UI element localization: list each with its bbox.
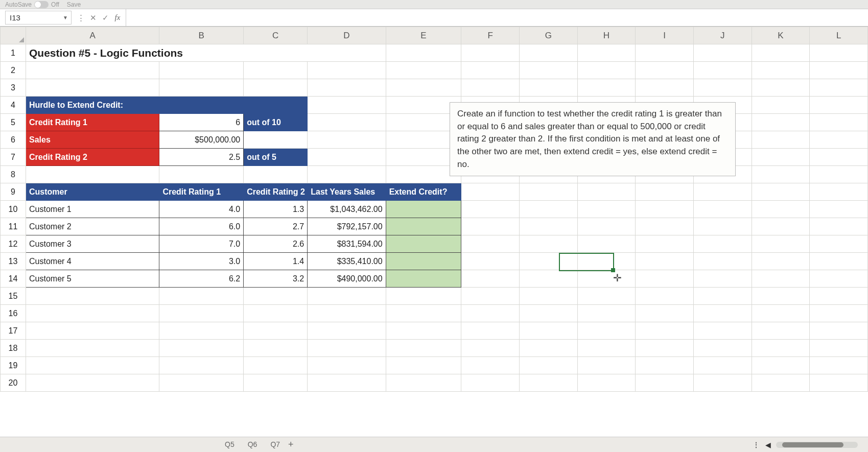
cell-F19[interactable] (461, 357, 520, 374)
cell-J11[interactable] (693, 218, 752, 235)
cell-J2[interactable] (693, 62, 752, 79)
cell-B14[interactable]: 6.2 (159, 270, 244, 288)
cell-F3[interactable] (461, 79, 520, 97)
cell-B12[interactable]: 7.0 (159, 235, 244, 253)
cell-G16[interactable] (520, 305, 578, 322)
cell-L13[interactable] (810, 253, 868, 270)
cell-L5[interactable] (810, 114, 868, 131)
cell-J19[interactable] (693, 357, 752, 374)
cell-D4[interactable] (308, 97, 386, 114)
cell-B2[interactable] (159, 62, 244, 79)
row-header-19[interactable]: 19 (1, 357, 26, 374)
cell-C12[interactable]: 2.6 (244, 235, 308, 253)
cell-E1[interactable] (386, 44, 461, 62)
cell-D2[interactable] (308, 62, 386, 79)
cell-H14[interactable] (577, 270, 636, 288)
cell-K10[interactable] (752, 201, 810, 218)
cell-J3[interactable] (693, 79, 752, 97)
cell-D20[interactable] (308, 374, 386, 392)
cell-A14[interactable]: Customer 5 (26, 270, 159, 288)
row-header-20[interactable]: 20 (1, 374, 26, 392)
cell-A6[interactable]: Sales (26, 131, 159, 149)
cell-F16[interactable] (461, 305, 520, 322)
cell-D18[interactable] (308, 340, 386, 357)
cell-G3[interactable] (520, 79, 578, 97)
cell-K16[interactable] (752, 305, 810, 322)
cell-J16[interactable] (693, 305, 752, 322)
cell-D8[interactable] (308, 166, 386, 183)
row-header-4[interactable]: 4 (1, 97, 26, 114)
cell-F18[interactable] (461, 340, 520, 357)
sheet-tab-q5[interactable]: Q5 (220, 439, 240, 450)
cell-J18[interactable] (693, 340, 752, 357)
cell-A4[interactable]: Hurdle to Extend Credit: (26, 97, 308, 114)
cell-G11[interactable] (520, 218, 578, 235)
cell-H12[interactable] (577, 235, 636, 253)
cell-L20[interactable] (810, 374, 868, 392)
cell-K8[interactable] (752, 166, 810, 183)
cell-G17[interactable] (520, 322, 578, 340)
cell-H13[interactable] (577, 253, 636, 270)
cell-K2[interactable] (752, 62, 810, 79)
cell-I20[interactable] (636, 374, 694, 392)
cell-H15[interactable] (577, 288, 636, 305)
cell-E16[interactable] (386, 305, 461, 322)
cell-I15[interactable] (636, 288, 694, 305)
cell-A19[interactable] (26, 357, 159, 374)
select-all-corner[interactable] (1, 27, 26, 44)
cell-C19[interactable] (244, 357, 308, 374)
cell-K13[interactable] (752, 253, 810, 270)
cell-A7[interactable]: Credit Rating 2 (26, 149, 159, 166)
cell-C11[interactable]: 2.7 (244, 218, 308, 235)
cancel-icon[interactable]: ✕ (88, 13, 98, 22)
row-header-2[interactable]: 2 (1, 62, 26, 79)
scroll-left-icon[interactable]: ◀ (765, 441, 771, 449)
name-box[interactable]: I13 ▼ (5, 11, 72, 25)
cell-D10[interactable]: $1,043,462.00 (308, 201, 386, 218)
cell-E17[interactable] (386, 322, 461, 340)
cell-I1[interactable] (636, 44, 694, 62)
cell-D13[interactable]: $335,410.00 (308, 253, 386, 270)
row-header-1[interactable]: 1 (1, 44, 26, 62)
cell-G9[interactable] (520, 183, 578, 201)
cell-K11[interactable] (752, 218, 810, 235)
cell-A1[interactable]: Question #5 - Logic Functions (26, 44, 386, 62)
cell-C13[interactable]: 1.4 (244, 253, 308, 270)
col-header-E[interactable]: E (386, 27, 461, 44)
cell-F2[interactable] (461, 62, 520, 79)
row-header-15[interactable]: 15 (1, 288, 26, 305)
cell-G15[interactable] (520, 288, 578, 305)
row-header-14[interactable]: 14 (1, 270, 26, 288)
cell-D14[interactable]: $490,000.00 (308, 270, 386, 288)
cell-G14[interactable] (520, 270, 578, 288)
cell-I12[interactable] (636, 235, 694, 253)
cell-G2[interactable] (520, 62, 578, 79)
cell-F20[interactable] (461, 374, 520, 392)
col-header-H[interactable]: H (577, 27, 636, 44)
more-icon[interactable]: ⋮ (76, 13, 86, 22)
cell-B11[interactable]: 6.0 (159, 218, 244, 235)
cell-L3[interactable] (810, 79, 868, 97)
cell-D11[interactable]: $792,157.00 (308, 218, 386, 235)
cell-F17[interactable] (461, 322, 520, 340)
cell-F15[interactable] (461, 288, 520, 305)
cell-J15[interactable] (693, 288, 752, 305)
cell-B10[interactable]: 4.0 (159, 201, 244, 218)
cell-A16[interactable] (26, 305, 159, 322)
cell-G12[interactable] (520, 235, 578, 253)
cell-C3[interactable] (244, 79, 308, 97)
cell-B19[interactable] (159, 357, 244, 374)
cell-L7[interactable] (810, 149, 868, 166)
cell-K15[interactable] (752, 288, 810, 305)
cell-D17[interactable] (308, 322, 386, 340)
cell-H10[interactable] (577, 201, 636, 218)
cell-E12[interactable] (386, 235, 461, 253)
cell-L11[interactable] (810, 218, 868, 235)
cell-C2[interactable] (244, 62, 308, 79)
cell-J1[interactable] (693, 44, 752, 62)
cell-D15[interactable] (308, 288, 386, 305)
cell-C18[interactable] (244, 340, 308, 357)
autosave-toggle-pill[interactable] (34, 1, 49, 8)
col-header-I[interactable]: I (636, 27, 694, 44)
col-header-D[interactable]: D (308, 27, 386, 44)
